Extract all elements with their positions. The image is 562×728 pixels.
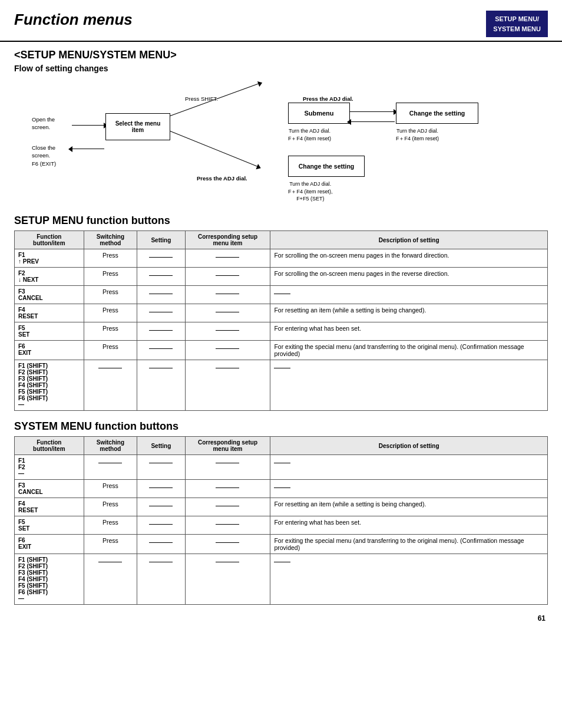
table-cell: [137, 554, 185, 605]
th-desc-system: Description of setting: [270, 437, 548, 455]
table-cell: [137, 480, 185, 498]
table-cell: [137, 304, 185, 322]
table-cell-button: F3 CANCEL: [15, 480, 84, 498]
table-cell-button: F6 EXIT: [15, 535, 84, 554]
arrow-select-to-close: [72, 149, 104, 149]
table-cell: [185, 249, 270, 268]
table-cell: [185, 554, 270, 605]
table-row: F3 CANCELPress: [15, 480, 548, 498]
table-row: F6 EXITPressFor exiting the special menu…: [15, 341, 548, 360]
th-setting-setup: Setting: [137, 231, 185, 249]
table-cell: [137, 249, 185, 268]
table-cell-description: For resetting an item (while a setting i…: [270, 498, 548, 516]
page-title: Function menus: [14, 11, 133, 29]
table-row: F3 CANCELPress: [15, 286, 548, 304]
table-cell: [185, 322, 270, 341]
table-row: F5 SETPressFor entering what has been se…: [15, 322, 548, 341]
table-cell-button: F1 (SHIFT) F2 (SHIFT) F3 (SHIFT) F4 (SHI…: [15, 360, 84, 411]
table-cell-button: F2 ↓ NEXT: [15, 268, 84, 286]
main-content: <SETUP MENU/SYSTEM MENU> Flow of setting…: [0, 42, 562, 637]
table-cell: [137, 455, 185, 480]
table-cell-description: [270, 554, 548, 605]
table-row: F4 RESETPressFor resetting an item (whil…: [15, 498, 548, 516]
system-table: Functionbutton/item Switchingmethod Sett…: [14, 436, 548, 605]
table-cell-method: Press: [84, 535, 137, 554]
table-cell: [185, 268, 270, 286]
select-menu-box: Select the menu item: [105, 113, 170, 140]
table-cell-method: Press: [84, 480, 137, 498]
th-button-setup: Functionbutton/item: [15, 231, 84, 249]
arrow-diag-down: [170, 131, 258, 167]
arrow-adj-top: [350, 111, 394, 112]
table-cell-button: F1 ↑ PREV: [15, 249, 84, 268]
table-cell: [185, 341, 270, 360]
close-screen-label: Close thescreen.F6 (EXIT): [32, 144, 56, 167]
press-adj-top-label: Press the ADJ dial.: [303, 95, 353, 102]
table-cell-method: Press: [84, 304, 137, 322]
change-bottom-box: Change the setting: [288, 156, 365, 177]
th-menu-system: Corresponding setupmenu item: [185, 437, 270, 455]
header-tag: SETUP MENU/ SYSTEM MENU: [486, 11, 548, 37]
table-cell-method: Press: [84, 341, 137, 360]
section1-subtitle: Flow of setting changes: [14, 64, 548, 73]
table-row: F1 (SHIFT) F2 (SHIFT) F3 (SHIFT) F4 (SHI…: [15, 360, 548, 411]
table-row: F6 EXITPressFor exiting the special menu…: [15, 535, 548, 554]
table-cell-method: Press: [84, 516, 137, 535]
table-cell: [185, 516, 270, 535]
table-cell-button: F4 RESET: [15, 498, 84, 516]
turn-adj3-label: Turn the ADJ dial.F＋F4 (item reset),F+F5…: [288, 180, 333, 203]
submenu-box: Submenu: [288, 103, 350, 124]
table-cell-button: F6 EXIT: [15, 341, 84, 360]
table-cell: [185, 498, 270, 516]
table-row: F1 (SHIFT) F2 (SHIFT) F3 (SHIFT) F4 (SHI…: [15, 554, 548, 605]
table-cell-description: For scrolling the on-screen menu pages i…: [270, 268, 548, 286]
table-row: F5 SETPressFor entering what has been se…: [15, 516, 548, 535]
th-setting-system: Setting: [137, 437, 185, 455]
table-cell-method: [84, 554, 137, 605]
table-cell-method: Press: [84, 268, 137, 286]
table-cell-method: Press: [84, 498, 137, 516]
table-cell: [185, 480, 270, 498]
table-cell: [185, 304, 270, 322]
table-cell: [137, 341, 185, 360]
turn-adj1-label: Turn the ADJ dial.F＋F4 (item reset): [288, 127, 331, 142]
table-cell-description: For exiting the special menu (and transf…: [270, 535, 548, 554]
table-row: F1 F2 —: [15, 455, 548, 480]
table-cell-description: [270, 455, 548, 480]
table-cell-method: [84, 360, 137, 411]
th-button-system: Functionbutton/item: [15, 437, 84, 455]
press-shift-label: Press SHIFT.: [185, 95, 218, 102]
flow-diagram: Open thescreen. Select the menu item Clo…: [14, 79, 548, 209]
table-cell: [137, 516, 185, 535]
table-cell-method: Press: [84, 286, 137, 304]
arrow-back-submenu: [351, 121, 395, 122]
table-cell-button: F4 RESET: [15, 304, 84, 322]
th-desc-setup: Description of setting: [270, 231, 548, 249]
arrow-open-to-select: [72, 125, 104, 126]
table-cell-description: For scrolling the on-screen menu pages i…: [270, 249, 548, 268]
setup-menu-heading: SETUP MENU function buttons: [14, 215, 548, 227]
change-top-box: Change the setting: [396, 103, 478, 124]
table-cell-description: [270, 286, 548, 304]
table-cell-description: For entering what has been set.: [270, 322, 548, 341]
table-cell: [137, 535, 185, 554]
table-cell: [137, 268, 185, 286]
table-cell-description: [270, 360, 548, 411]
table-cell-button: F5 SET: [15, 516, 84, 535]
table-cell: [185, 455, 270, 480]
table-cell-button: F1 F2 —: [15, 455, 84, 480]
table-cell-method: Press: [84, 249, 137, 268]
table-row: F2 ↓ NEXTPressFor scrolling the on-scree…: [15, 268, 548, 286]
table-cell-description: For exiting the special menu (and transf…: [270, 341, 548, 360]
table-row: F4 RESETPressFor resetting an item (whil…: [15, 304, 548, 322]
th-method-system: Switchingmethod: [84, 437, 137, 455]
table-cell-button: F3 CANCEL: [15, 286, 84, 304]
table-cell: [137, 286, 185, 304]
table-cell-button: F5 SET: [15, 322, 84, 341]
press-adj-bottom-label: Press the ADJ dial.: [197, 175, 247, 182]
th-menu-setup: Corresponding setupmenu item: [185, 231, 270, 249]
system-menu-heading: SYSTEM MENU function buttons: [14, 420, 548, 433]
table-cell-method: [84, 455, 137, 480]
table-cell: [137, 360, 185, 411]
page-number: 61: [14, 614, 548, 622]
